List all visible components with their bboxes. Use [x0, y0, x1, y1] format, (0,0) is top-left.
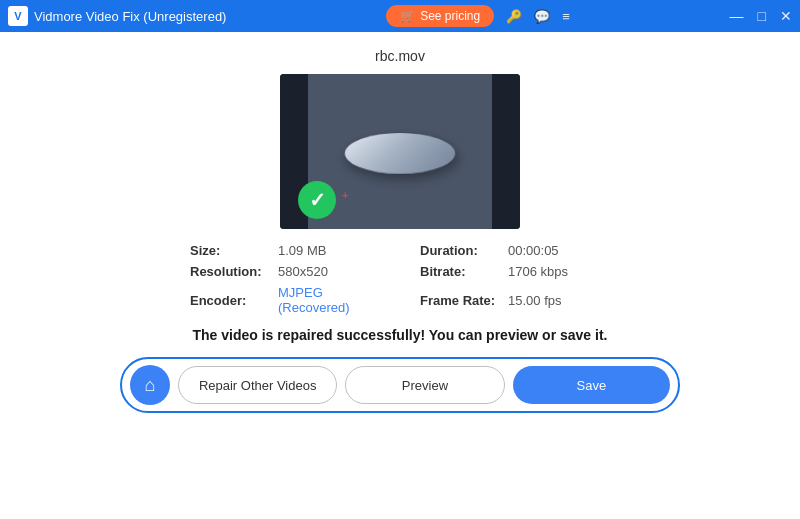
menu-icon[interactable]: ≡: [562, 9, 570, 24]
chat-icon[interactable]: 💬: [534, 9, 550, 24]
see-pricing-label: See pricing: [420, 9, 480, 23]
title-bar-left: V Vidmore Video Fix (Unregistered): [8, 6, 226, 26]
resolution-value: 580x520: [278, 264, 328, 279]
save-button[interactable]: Save: [513, 366, 670, 404]
encoder-value: MJPEG (Recovered): [278, 285, 380, 315]
duration-label: Duration:: [420, 243, 500, 258]
home-icon: ⌂: [145, 375, 156, 396]
video-filename: rbc.mov: [375, 48, 425, 64]
title-bar-center: 🛒 See pricing 🔑 💬 ≡: [386, 5, 570, 27]
preview-label: Preview: [402, 378, 448, 393]
resolution-label: Resolution:: [190, 264, 270, 279]
size-row: Size: 1.09 MB: [190, 243, 380, 258]
window-controls: — □ ✕: [730, 9, 792, 23]
bitrate-value: 1706 kbps: [508, 264, 568, 279]
action-bar: ⌂ Repair Other Videos Preview Save: [120, 357, 680, 413]
encoder-label: Encoder:: [190, 293, 270, 308]
close-button[interactable]: ✕: [780, 9, 792, 23]
repair-other-label: Repair Other Videos: [199, 378, 317, 393]
duration-value: 00:00:05: [508, 243, 559, 258]
success-message: The video is repaired successfully! You …: [193, 327, 608, 343]
video-right-border: [492, 74, 520, 229]
repair-other-button[interactable]: Repair Other Videos: [178, 366, 337, 404]
app-icon: V: [8, 6, 28, 26]
key-icon[interactable]: 🔑: [506, 9, 522, 24]
title-bar: V Vidmore Video Fix (Unregistered) 🛒 See…: [0, 0, 800, 32]
framerate-label: Frame Rate:: [420, 293, 500, 308]
save-label: Save: [577, 378, 607, 393]
cursor-indicator: +: [342, 189, 348, 201]
size-label: Size:: [190, 243, 270, 258]
see-pricing-button[interactable]: 🛒 See pricing: [386, 5, 494, 27]
cart-icon: 🛒: [400, 9, 415, 23]
maximize-button[interactable]: □: [758, 9, 766, 23]
size-value: 1.09 MB: [278, 243, 326, 258]
video-object: [341, 133, 459, 174]
duration-row: Duration: 00:00:05: [420, 243, 610, 258]
info-grid: Size: 1.09 MB Duration: 00:00:05 Resolut…: [190, 243, 610, 315]
framerate-row: Frame Rate: 15.00 fps: [420, 285, 610, 315]
action-buttons: Repair Other Videos Preview Save: [178, 366, 670, 404]
main-content: rbc.mov ✓ + Size: 1.09 MB Duration: 00:0…: [0, 32, 800, 519]
bitrate-label: Bitrate:: [420, 264, 500, 279]
framerate-value: 15.00 fps: [508, 293, 562, 308]
bitrate-row: Bitrate: 1706 kbps: [420, 264, 610, 279]
home-button[interactable]: ⌂: [130, 365, 170, 405]
resolution-row: Resolution: 580x520: [190, 264, 380, 279]
video-thumbnail: ✓ +: [280, 74, 520, 229]
minimize-button[interactable]: —: [730, 9, 744, 23]
success-badge: ✓: [298, 181, 336, 219]
encoder-row: Encoder: MJPEG (Recovered): [190, 285, 380, 315]
preview-button[interactable]: Preview: [345, 366, 504, 404]
app-title: Vidmore Video Fix (Unregistered): [34, 9, 226, 24]
